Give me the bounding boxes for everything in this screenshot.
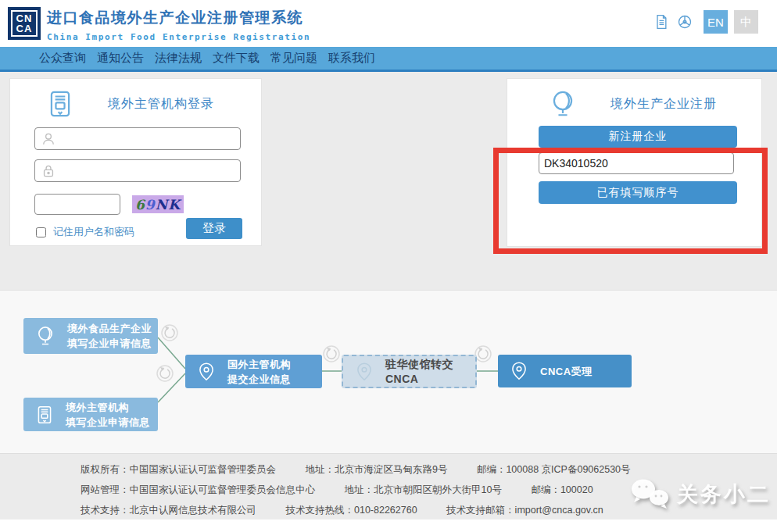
globe-icon xyxy=(548,89,578,119)
register-panel: 境外生产企业注册 新注册企业 已有填写顺序号 xyxy=(507,78,762,247)
flow-step-label: 驻华使馆转交CNCA xyxy=(385,357,475,387)
page-title: 进口食品境外生产企业注册管理系统 xyxy=(47,8,310,28)
nav-item-laws[interactable]: 法律法规 xyxy=(153,51,202,66)
captcha-char: 6 xyxy=(135,197,145,212)
flow-step-authority-submit: 国外主管机构 提交企业信息 xyxy=(185,355,322,388)
page: CN CA 进口食品境外生产企业注册管理系统 China Import Food… xyxy=(0,0,777,532)
watermark-text: 关务小二 xyxy=(677,480,771,509)
nav-item-faq[interactable]: 常见问题 xyxy=(269,51,317,66)
pin-icon xyxy=(354,362,374,382)
watermark: 关务小二 xyxy=(628,477,771,512)
remember-checkbox[interactable] xyxy=(36,227,46,237)
sequence-number-input[interactable] xyxy=(539,153,733,173)
bottom-strip xyxy=(0,520,777,532)
login-panel-header: 境外主管机构登录 xyxy=(10,79,261,119)
flow-step-label: 境外主管机构 填写企业申请信息 xyxy=(66,400,150,430)
title-block: 进口食品境外生产企业注册管理系统 China Import Food Enter… xyxy=(47,8,310,42)
flow-section: 境外食品生产企业 填写企业申请信息 境外主管机构 填写企业申请信息 国外主管机构… xyxy=(0,290,777,453)
footer-row-copyright: 版权所有：中国国家认证认可监督管理委员会 地址：北京市海淀区马甸东路9号 邮编：… xyxy=(81,463,631,477)
flow-step-authority-fill: 境外主管机构 填写企业申请信息 xyxy=(23,398,158,431)
pin-icon xyxy=(509,361,529,381)
pin-icon xyxy=(196,362,217,382)
username-input[interactable] xyxy=(60,128,237,149)
footer-row-support: 技术支持：北京中认网信息技术有限公司 技术支持热线：010-82262760 技… xyxy=(81,504,631,517)
step-arrow-icon xyxy=(157,366,173,381)
flow-step-enterprise-fill: 境外食品生产企业 填写企业申请信息 xyxy=(23,318,158,354)
wechat-bubbles-icon xyxy=(628,477,672,512)
flow-step-label: 国外主管机构 提交企业信息 xyxy=(227,357,291,387)
user-icon xyxy=(41,131,56,147)
wheel-icon[interactable] xyxy=(677,14,693,30)
flow-step-cnca-accept: CNCA受理 xyxy=(498,355,632,387)
header: CN CA 进口食品境外生产企业注册管理系统 China Import Food… xyxy=(0,0,777,47)
nav-item-downloads[interactable]: 文件下载 xyxy=(211,51,260,66)
captcha-image[interactable]: 6 9 N K xyxy=(132,195,184,213)
cnca-logo: CN CA xyxy=(8,7,41,40)
lang-zh-button[interactable]: 中 xyxy=(734,10,758,34)
captcha-field-wrap xyxy=(34,194,120,215)
footer-text: 版权所有：中国国家认证认可监督管理委员会 地址：北京市海淀区马甸东路9号 邮编：… xyxy=(81,463,631,524)
captcha-char: N xyxy=(156,197,169,212)
password-input[interactable] xyxy=(60,160,237,181)
document-icon[interactable] xyxy=(653,14,669,30)
step-arrow-icon xyxy=(162,325,177,341)
page-subtitle: China Import Food Enterprise Registratio… xyxy=(47,32,310,42)
globe-icon xyxy=(34,325,56,347)
lang-en-button[interactable]: EN xyxy=(704,10,728,34)
login-panel: 境外主管机构登录 6 9 N K 记住用户名和密码 xyxy=(9,78,262,246)
captcha-char: K xyxy=(168,197,181,212)
remember-row: 记住用户名和密码 xyxy=(36,225,134,239)
username-field-wrap xyxy=(34,127,241,150)
nav-item-public-query[interactable]: 公众查询 xyxy=(38,51,86,66)
password-field-wrap xyxy=(34,159,241,182)
login-button[interactable]: 登录 xyxy=(186,218,242,239)
nav-item-notices[interactable]: 通知公告 xyxy=(95,51,144,66)
captcha-input[interactable] xyxy=(40,195,116,214)
cnca-logo-letters: CN CA xyxy=(11,10,38,37)
lock-icon xyxy=(41,163,56,179)
flow-step-label: 境外食品生产企业 填写企业申请信息 xyxy=(67,321,152,351)
login-panel-title: 境外主管机构登录 xyxy=(108,96,214,112)
sequence-field-wrap xyxy=(539,152,734,174)
existing-sequence-button[interactable]: 已有填写顺序号 xyxy=(539,181,737,204)
step-arrow-icon xyxy=(475,346,491,362)
header-actions: EN 中 xyxy=(653,9,758,34)
card-reader-icon xyxy=(45,89,75,119)
new-register-button[interactable]: 新注册企业 xyxy=(539,126,737,148)
card-reader-icon xyxy=(34,405,55,425)
step-arrow-icon xyxy=(324,346,339,362)
register-panel-title: 境外生产企业注册 xyxy=(610,96,717,112)
footer: 版权所有：中国国家认证认可监督管理委员会 地址：北京市海淀区马甸东路9号 邮编：… xyxy=(0,453,777,520)
captcha-char: 9 xyxy=(145,197,156,212)
footer-row-management: 网站管理：中国国家认证认可监督管理委员会信息中心 地址：北京市朝阳区朝外大街甲1… xyxy=(81,484,631,497)
flow-step-embassy-forward: 驻华使馆转交CNCA xyxy=(342,355,477,388)
remember-label: 记住用户名和密码 xyxy=(53,225,134,239)
register-panel-header: 境外生产企业注册 xyxy=(507,79,761,119)
flow-step-label: CNCA受理 xyxy=(540,364,593,379)
main-nav: 公众查询 通知公告 法律法规 文件下载 常见问题 联系我们 xyxy=(0,47,777,72)
logo-line2: CA xyxy=(16,23,33,34)
nav-item-contact[interactable]: 联系我们 xyxy=(327,51,375,66)
